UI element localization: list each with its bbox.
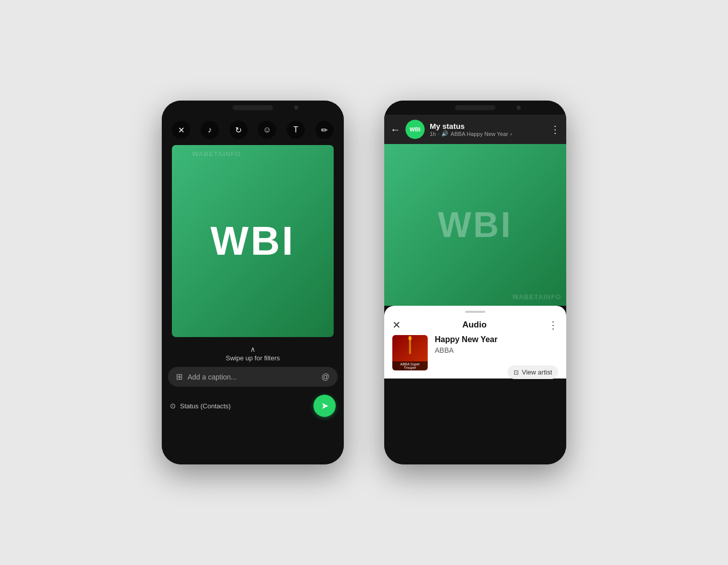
draw-icon: ✏ xyxy=(321,125,328,135)
status-privacy-icon: ⊙ xyxy=(170,402,176,410)
album-label: ABBA Super Trouper xyxy=(392,361,428,370)
chevron-right-icon: › xyxy=(510,131,512,137)
status-name: My status xyxy=(430,122,545,130)
header-info: My status 1h · 🔊 ABBA Happy New Year › xyxy=(430,122,545,137)
phone-2: ← WBI My status 1h · 🔊 ABBA Happy New Ye… xyxy=(384,101,566,464)
swipe-text: Swipe up for filters xyxy=(226,354,280,362)
sheet-title: Audio xyxy=(462,320,486,330)
rotate-icon: ↻ xyxy=(235,125,242,135)
phone2-inner: ← WBI My status 1h · 🔊 ABBA Happy New Ye… xyxy=(384,101,566,464)
phone1-inner: ✕ ♪ ↻ ☺ T ✏ xyxy=(162,101,344,464)
status-label: Status (Contacts) xyxy=(180,402,231,410)
close-icon: ✕ xyxy=(178,125,185,135)
dot-separator: · xyxy=(438,131,439,137)
phone1-notch xyxy=(162,101,344,115)
swipe-hint: ∧ Swipe up for filters xyxy=(162,342,344,367)
status-left: ⊙ Status (Contacts) xyxy=(170,402,231,410)
phones-container: ✕ ♪ ↻ ☺ T ✏ xyxy=(0,80,728,485)
phone2-screen: ← WBI My status 1h · 🔊 ABBA Happy New Ye… xyxy=(384,115,566,464)
camera-dot-2 xyxy=(517,106,521,110)
more-options-button[interactable]: ⋮ xyxy=(550,123,560,135)
sheet-body: ABBA Super Trouper Happy New Year ABBA ⊡… xyxy=(384,335,566,379)
camera-dot xyxy=(294,106,298,110)
text-button[interactable]: T xyxy=(287,121,305,139)
avatar: WBI xyxy=(405,120,425,139)
audio-bottom-sheet: ✕ Audio ⋮ ABBA Super Trouper Hap xyxy=(384,306,566,379)
phone2-notch xyxy=(384,101,566,115)
send-button[interactable]: ➤ xyxy=(313,395,336,417)
sheet-close-button[interactable]: ✕ xyxy=(392,319,401,331)
emoji-button[interactable]: ☺ xyxy=(258,121,276,139)
notch-bar-2 xyxy=(455,105,495,110)
album-art: ABBA Super Trouper xyxy=(392,335,428,370)
phone1-bottom: ∧ Swipe up for filters ⊞ Add a caption..… xyxy=(162,337,344,423)
status-subtitle: 1h · 🔊 ABBA Happy New Year › xyxy=(430,130,545,137)
phone1-toolbar: ✕ ♪ ↻ ☺ T ✏ xyxy=(162,115,344,145)
phone-1: ✕ ♪ ↻ ☺ T ✏ xyxy=(162,101,344,464)
phone2-image: WBI WABETAINFO xyxy=(384,144,566,306)
swipe-arrow-icon: ∧ xyxy=(250,345,255,353)
status-bar: ⊙ Status (Contacts) ➤ xyxy=(162,391,344,423)
send-icon: ➤ xyxy=(321,400,329,411)
external-link-icon: ⊡ xyxy=(514,369,519,376)
wbi-logo: WBI xyxy=(210,218,295,264)
time-ago: 1h xyxy=(430,131,436,137)
track-artist: ABBA xyxy=(435,346,558,354)
rotate-button[interactable]: ↻ xyxy=(230,121,248,139)
draw-button[interactable]: ✏ xyxy=(315,121,334,139)
music-button[interactable]: ♪ xyxy=(201,121,219,139)
notch-bar xyxy=(233,105,273,110)
back-button[interactable]: ← xyxy=(390,124,400,135)
text-icon: T xyxy=(293,125,298,134)
volume-icon: 🔊 xyxy=(441,130,448,137)
caption-placeholder[interactable]: Add a caption... xyxy=(188,373,322,381)
emoji-icon: ☺ xyxy=(263,125,271,134)
phone1-screen: ✕ ♪ ↻ ☺ T ✏ xyxy=(162,115,344,464)
song-name: ABBA Happy New Year xyxy=(450,131,508,137)
mention-icon[interactable]: @ xyxy=(322,372,330,382)
view-artist-button[interactable]: ⊡ View artist xyxy=(508,365,558,379)
watermark-2: WABETAINFO xyxy=(513,293,561,301)
watermark-1: WABETAINFO xyxy=(192,150,241,158)
track-details: Happy New Year ABBA xyxy=(435,335,558,360)
candle-decoration xyxy=(409,339,411,354)
phone2-header: ← WBI My status 1h · 🔊 ABBA Happy New Ye… xyxy=(384,115,566,144)
view-artist-label: View artist xyxy=(522,368,552,376)
close-button[interactable]: ✕ xyxy=(172,121,190,139)
music-icon: ♪ xyxy=(208,125,212,134)
sheet-more-button[interactable]: ⋮ xyxy=(548,319,558,331)
track-name: Happy New Year xyxy=(435,335,558,344)
wbi-logo-overlay: WBI xyxy=(438,205,513,245)
phone1-image: WBI WABETAINFO xyxy=(172,145,334,337)
caption-image-icon: ⊞ xyxy=(176,372,183,382)
caption-bar[interactable]: ⊞ Add a caption... @ xyxy=(168,367,338,387)
sheet-header: ✕ Audio ⋮ xyxy=(384,313,566,335)
